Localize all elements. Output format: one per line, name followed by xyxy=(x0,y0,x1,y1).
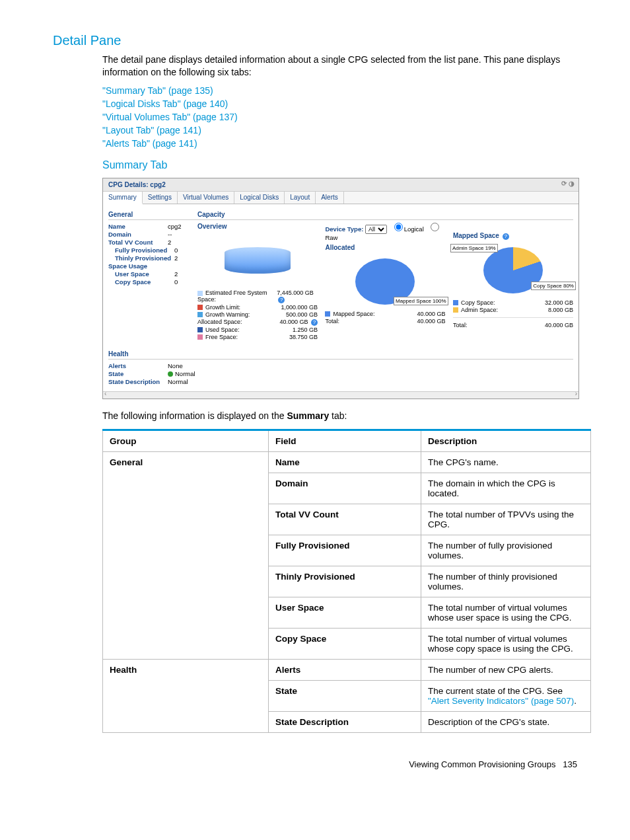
mapped-chart: Admin Space 19% Copy Space 80% xyxy=(453,244,573,297)
health-heading: Health xyxy=(108,349,573,360)
allocated-section: Device Type: All Logical Raw Allocated M… xyxy=(325,223,445,325)
device-type-label: Device Type: xyxy=(325,225,363,233)
table-row: GeneralNameThe CPG's name. xyxy=(103,451,591,473)
legend-label: Mapped Space: xyxy=(333,311,374,317)
toc-link[interactable]: "Alerts Tab" (page 141) xyxy=(102,138,197,149)
overview-section: Overview Estimated Free System Space:7,4… xyxy=(197,223,318,341)
toc-link[interactable]: "Layout Tab" (page 141) xyxy=(102,125,201,135)
toc-list: "Summary Tab" (page 135) "Logical Disks … xyxy=(102,85,590,149)
cell-field: Domain xyxy=(269,473,421,504)
legend-value: 40.000 GB ? xyxy=(280,319,318,326)
cell-field: State xyxy=(269,680,421,711)
toc-link[interactable]: "Virtual Volumes Tab" (page 137) xyxy=(102,112,238,122)
cell-group: General xyxy=(103,451,269,659)
general-domain: -- xyxy=(168,231,172,238)
cell-field: Total VV Count xyxy=(269,504,421,535)
panel-title-text: CPG Details: cpg2 xyxy=(108,181,166,188)
toc-link[interactable]: "Logical Disks Tab" (page 140) xyxy=(102,98,228,109)
general-thinly: 2 xyxy=(174,254,178,262)
legend-label: Free Space: xyxy=(205,334,238,340)
cell-description: The number of new CPG alerts. xyxy=(421,659,591,680)
th-field: Field xyxy=(269,430,421,451)
tab-logical-disks[interactable]: Logical Disks xyxy=(234,192,285,204)
legend-label: Growth Warning: xyxy=(205,311,250,318)
tab-layout[interactable]: Layout xyxy=(285,192,316,204)
health-alerts: None xyxy=(168,362,183,369)
mapped-admin-callout: Admin Space 19% xyxy=(450,244,498,252)
radio-logical[interactable] xyxy=(394,223,403,231)
legend-value: 38.750 GB xyxy=(289,334,318,340)
tab-row: Summary Settings Virtual Volumes Logical… xyxy=(103,192,578,204)
heading-summary-tab: Summary Tab xyxy=(102,159,590,171)
info-icon[interactable]: ? xyxy=(311,319,318,326)
general-name: cpg2 xyxy=(168,223,182,230)
refresh-icon[interactable]: ⟳ xyxy=(561,180,567,187)
legend-value: 1,000.000 GB xyxy=(281,304,318,311)
legend-label: Growth Limit: xyxy=(205,304,240,311)
cell-field: Copy Space xyxy=(269,628,421,659)
cell-description: The total number of virtual volumes whos… xyxy=(421,597,591,628)
health-state-desc: Normal xyxy=(168,378,188,385)
intro-paragraph: The detail pane displays detailed inform… xyxy=(102,54,590,79)
legend-value: 500.000 GB xyxy=(286,311,318,318)
legend-value: 40.000 GB xyxy=(417,318,446,325)
cell-description: The total number of TPVVs using the CPG. xyxy=(421,504,591,535)
inline-link[interactable]: "Alert Severity Indicators" (page 507) xyxy=(428,696,574,706)
cell-description: The domain in which the CPG is located. xyxy=(421,473,591,504)
heading-detail-pane: Detail Pane xyxy=(53,33,590,48)
cell-description: The current state of the CPG. See "Alert… xyxy=(421,680,591,711)
cell-description: The CPG's name. xyxy=(421,451,591,473)
tab-settings[interactable]: Settings xyxy=(143,192,178,204)
cell-field: Fully Provisioned xyxy=(269,535,421,566)
toc-link[interactable]: "Summary Tab" (page 135) xyxy=(102,85,213,96)
legend-value: 7,445.000 GB ? xyxy=(277,289,318,303)
help-icon[interactable]: ◑ xyxy=(569,180,575,187)
cell-description: Description of the CPG's state. xyxy=(421,711,591,732)
legend-value: 1.250 GB xyxy=(293,326,318,333)
horizontal-scrollbar[interactable] xyxy=(103,391,578,399)
health-state: Normal xyxy=(175,370,195,377)
table-intro: The following information is displayed o… xyxy=(102,410,590,422)
cell-group: Health xyxy=(103,659,269,732)
cell-description: The number of thinly provisioned volumes… xyxy=(421,566,591,597)
info-icon[interactable]: ? xyxy=(503,233,509,240)
cpg-details-panel: CPG Details: cpg2 ⟳ ◑ Summary Settings V… xyxy=(102,178,579,399)
tab-alerts[interactable]: Alerts xyxy=(316,192,344,204)
allocated-callout: Mapped Space 100% xyxy=(394,297,448,305)
device-type-select[interactable]: All xyxy=(365,225,387,234)
th-group: Group xyxy=(103,430,269,451)
general-column: General Namecpg2 Domain-- Total VV Count… xyxy=(108,210,197,341)
capacity-column: Capacity Overview Estimated Free System … xyxy=(197,210,573,341)
cell-field: Name xyxy=(269,451,421,473)
overview-label: Overview xyxy=(197,223,318,230)
cell-field: User Space xyxy=(269,597,421,628)
cell-field: State Description xyxy=(269,711,421,732)
allocated-label: Allocated xyxy=(325,244,445,251)
th-description: Description xyxy=(421,430,591,451)
general-total-vv: 2 xyxy=(168,239,171,246)
panel-title-bar: CPG Details: cpg2 ⟳ ◑ xyxy=(103,178,578,192)
legend-label: Estimated Free System Space: xyxy=(197,289,267,303)
mapped-section: Mapped Space ? Admin Space 19% Copy Spac… xyxy=(453,223,573,329)
cell-description: The number of fully provisioned volumes. xyxy=(421,535,591,566)
allocated-chart: Mapped Space 100% xyxy=(325,255,445,308)
mapped-copy-callout: Copy Space 80% xyxy=(531,282,576,290)
overview-chart xyxy=(197,234,318,287)
cell-field: Alerts xyxy=(269,659,421,680)
radio-raw[interactable] xyxy=(431,223,439,231)
legend-label: Allocated Space: xyxy=(197,319,242,325)
general-heading: General xyxy=(108,210,197,220)
health-section: Health AlertsNone StateNormal State Desc… xyxy=(103,346,578,391)
info-icon[interactable]: ? xyxy=(278,297,285,303)
capacity-heading: Capacity xyxy=(197,210,573,220)
tab-virtual-volumes[interactable]: Virtual Volumes xyxy=(178,192,234,204)
legend-label: Used Space: xyxy=(205,326,240,333)
legend-label: Total: xyxy=(325,318,339,325)
general-fully: 0 xyxy=(174,247,178,254)
tab-summary[interactable]: Summary xyxy=(103,192,143,204)
summary-fields-table: Group Field Description GeneralNameThe C… xyxy=(102,429,591,733)
cell-description: The total number of virtual volumes whos… xyxy=(421,628,591,659)
table-row: HealthAlertsThe number of new CPG alerts… xyxy=(103,659,591,680)
general-user-space: 2 xyxy=(174,270,178,278)
state-dot-icon xyxy=(168,371,173,377)
